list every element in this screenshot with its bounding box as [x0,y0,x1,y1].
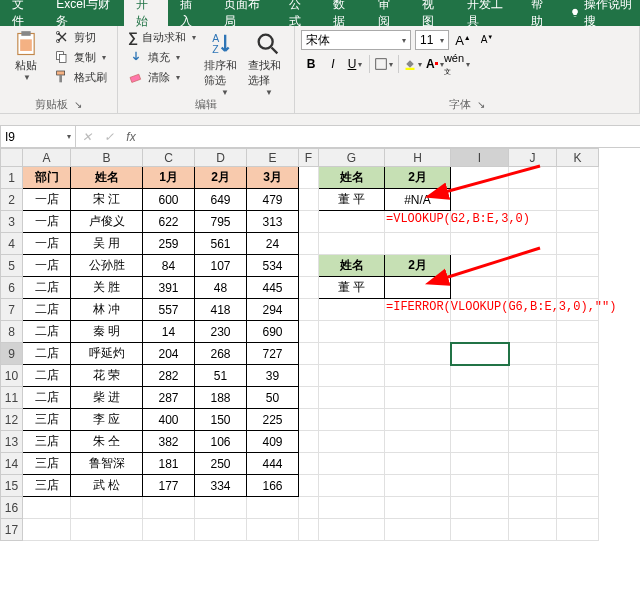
cell-G3[interactable] [319,211,385,233]
tab-data[interactable]: 数据 [321,0,365,26]
cell-K5[interactable] [557,255,599,277]
row-header-5[interactable]: 5 [1,255,23,277]
cell-I12[interactable] [451,409,509,431]
cell-B13[interactable]: 朱 仝 [71,431,143,453]
dialog-launcher-icon[interactable]: ↘ [74,99,82,110]
border-button[interactable]: ▾ [374,54,394,74]
cell-E4[interactable]: 24 [247,233,299,255]
cell-A8[interactable]: 二店 [23,321,71,343]
cell-A13[interactable]: 三店 [23,431,71,453]
cell-F3[interactable] [299,211,319,233]
cell-E12[interactable]: 225 [247,409,299,431]
worksheet-grid[interactable]: ABCDEFGHIJK1部门姓名1月2月3月姓名2月2一店宋 江60064947… [0,148,640,541]
cell-E6[interactable]: 445 [247,277,299,299]
cell-D9[interactable]: 268 [195,343,247,365]
cell-K3[interactable] [557,211,599,233]
italic-button[interactable]: I [323,54,343,74]
tab-view[interactable]: 视图 [410,0,454,26]
cell-I5[interactable] [451,255,509,277]
cell-C17[interactable] [143,519,195,541]
cell-F1[interactable] [299,167,319,189]
cell-E2[interactable]: 479 [247,189,299,211]
cell-D13[interactable]: 106 [195,431,247,453]
cell-D16[interactable] [195,497,247,519]
cell-I1[interactable] [451,167,509,189]
bold-button[interactable]: B [301,54,321,74]
cell-K8[interactable] [557,321,599,343]
fill-color-button[interactable]: ▾ [403,54,423,74]
clear-button[interactable]: 清除▾ [124,68,200,86]
cell-I8[interactable] [451,321,509,343]
cell-E5[interactable]: 534 [247,255,299,277]
row-header-12[interactable]: 12 [1,409,23,431]
tab-developer[interactable]: 开发工具 [455,0,520,26]
cell-K17[interactable] [557,519,599,541]
cell-H9[interactable] [385,343,451,365]
cell-H1[interactable]: 2月 [385,167,451,189]
cell-B6[interactable]: 关 胜 [71,277,143,299]
cell-D4[interactable]: 561 [195,233,247,255]
cell-E1[interactable]: 3月 [247,167,299,189]
cell-F14[interactable] [299,453,319,475]
row-header-8[interactable]: 8 [1,321,23,343]
cell-G16[interactable] [319,497,385,519]
row-header-13[interactable]: 13 [1,431,23,453]
cell-J11[interactable] [509,387,557,409]
cell-D14[interactable]: 250 [195,453,247,475]
cell-G5[interactable]: 姓名 [319,255,385,277]
row-header-15[interactable]: 15 [1,475,23,497]
cell-C6[interactable]: 391 [143,277,195,299]
cell-H17[interactable] [385,519,451,541]
cell-H6[interactable] [385,277,451,299]
col-header-D[interactable]: D [195,149,247,167]
cell-I2[interactable] [451,189,509,211]
cell-K11[interactable] [557,387,599,409]
tab-home[interactable]: 开始 [124,0,168,26]
cell-E11[interactable]: 50 [247,387,299,409]
tell-me-search[interactable]: 操作说明搜 [564,0,640,26]
cell-I17[interactable] [451,519,509,541]
cell-C15[interactable]: 177 [143,475,195,497]
copy-button[interactable]: 复制▾ [50,48,111,66]
cell-J6[interactable] [509,277,557,299]
cell-C10[interactable]: 282 [143,365,195,387]
find-select-button[interactable]: 查找和选择 ▼ [248,28,288,97]
cell-C9[interactable]: 204 [143,343,195,365]
format-painter-button[interactable]: 格式刷 [50,68,111,86]
cell-H14[interactable] [385,453,451,475]
cell-H11[interactable] [385,387,451,409]
cell-B2[interactable]: 宋 江 [71,189,143,211]
cell-K12[interactable] [557,409,599,431]
cell-K6[interactable] [557,277,599,299]
cell-J8[interactable] [509,321,557,343]
cell-G12[interactable] [319,409,385,431]
cell-C11[interactable]: 287 [143,387,195,409]
cell-F5[interactable] [299,255,319,277]
cell-C5[interactable]: 84 [143,255,195,277]
cell-C16[interactable] [143,497,195,519]
cell-F7[interactable] [299,299,319,321]
cell-B3[interactable]: 卢俊义 [71,211,143,233]
cell-B11[interactable]: 柴 进 [71,387,143,409]
cell-I4[interactable] [451,233,509,255]
cell-E17[interactable] [247,519,299,541]
cell-E8[interactable]: 690 [247,321,299,343]
sort-filter-button[interactable]: AZ 排序和筛选 ▼ [204,28,244,97]
col-header-H[interactable]: H [385,149,451,167]
cell-J1[interactable] [509,167,557,189]
cell-A3[interactable]: 一店 [23,211,71,233]
increase-font-button[interactable]: A▲ [453,30,473,50]
cell-K10[interactable] [557,365,599,387]
tab-page-layout[interactable]: 页面布局 [212,0,277,26]
cell-C12[interactable]: 400 [143,409,195,431]
cell-G2[interactable]: 董 平 [319,189,385,211]
cell-J17[interactable] [509,519,557,541]
tab-help[interactable]: 帮助 [519,0,563,26]
cell-D12[interactable]: 150 [195,409,247,431]
cell-I14[interactable] [451,453,509,475]
cell-E9[interactable]: 727 [247,343,299,365]
cell-B1[interactable]: 姓名 [71,167,143,189]
col-header-K[interactable]: K [557,149,599,167]
cell-B14[interactable]: 鲁智深 [71,453,143,475]
cell-C2[interactable]: 600 [143,189,195,211]
